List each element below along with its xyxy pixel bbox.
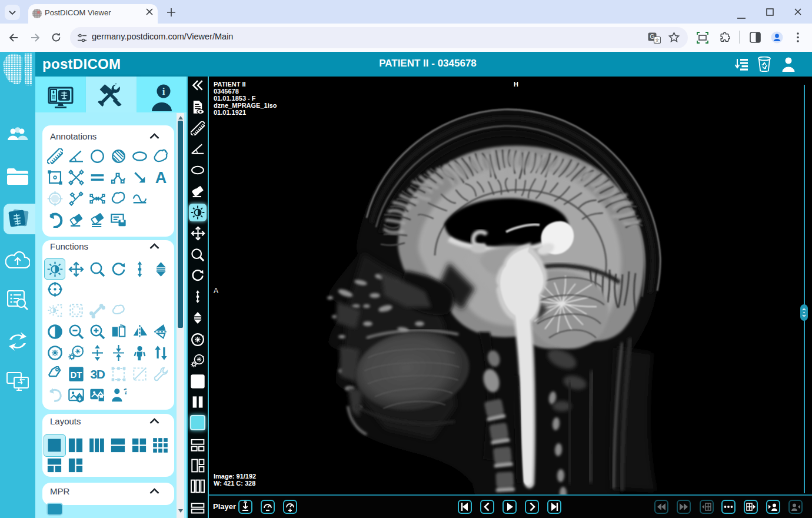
svg-text:i: i — [162, 86, 165, 97]
svg-text:文: 文 — [655, 38, 660, 43]
